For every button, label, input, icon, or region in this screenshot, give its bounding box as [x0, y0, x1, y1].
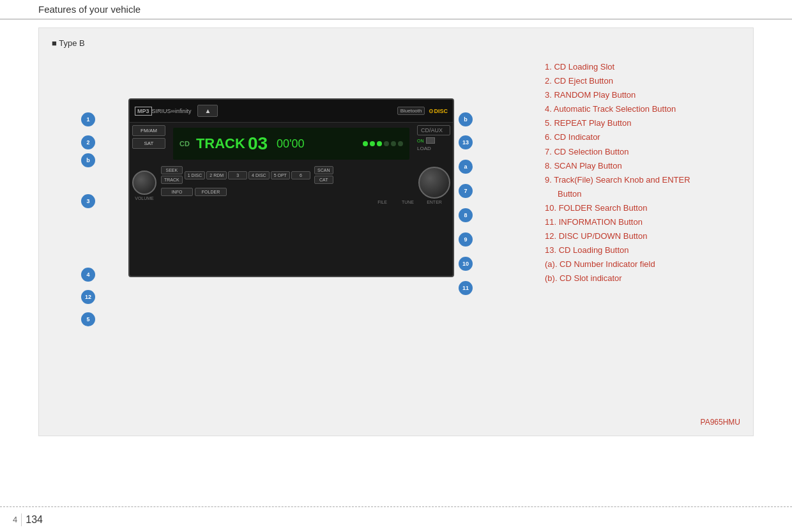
legend-item-11: 11. INFORMATION Button [542, 215, 740, 229]
fm-am-button[interactable]: FM/AM [132, 125, 165, 136]
legend-item-a: (a). CD Number Indicator field [542, 257, 740, 271]
pa-number: PA965HMU [701, 418, 740, 427]
callout-3: 3 [81, 194, 95, 208]
display-track-label: TRACK [196, 135, 245, 152]
seek-track-row: SEEK TRACK 1 DISC 2 RDM 3 4 DISC 5 OPT 6 [158, 165, 416, 185]
legend-item-3: 3. RANDOM Play Button [542, 88, 740, 102]
callout-4: 4 [81, 268, 95, 282]
legend-item-10: 10. FOLDER Search Button [542, 201, 740, 215]
legend-list: 1. CD Loading Slot 2. CD Eject Button 3.… [542, 60, 740, 286]
info-folder-row: INFO FOLDER [158, 186, 416, 197]
callout-8: 8 [459, 208, 473, 222]
callout-a: a [459, 160, 473, 174]
file-label: FILE [377, 200, 387, 204]
disc-6-button[interactable]: 6 [291, 171, 310, 179]
disc-5-opt-button[interactable]: 5 OPT [271, 171, 290, 179]
callout-5: 5 [81, 312, 95, 326]
volume-knob[interactable] [132, 171, 156, 195]
tune-label: TUNE [402, 200, 414, 204]
stereo-unit: MP3 SIRIUS ∞infinity ▲ Bluetooth ⊙DISC F… [128, 98, 454, 277]
page-header: Features of your vehicle [0, 0, 792, 20]
legend-item-4: 4. Automatic Track Selection Button [542, 102, 740, 116]
callout-10: 10 [459, 257, 473, 271]
page-number: 4 134 [13, 513, 43, 526]
type-label: ■ Type B [52, 38, 740, 48]
content-box: ■ Type B 1 2 b 3 4 12 5 MP3 SIRIUS ∞infi… [38, 27, 754, 436]
page-134: 134 [26, 514, 43, 526]
display-track-number: 03 [248, 133, 268, 154]
scan-cat-stack: SCAN CAT [314, 166, 333, 184]
track-button[interactable]: TRACK [161, 176, 183, 184]
callout-b-top: b [459, 112, 473, 126]
bluetooth-badge: Bluetooth [397, 107, 425, 115]
disc-logo: ⊙DISC [429, 108, 448, 114]
eject-button[interactable]: ▲ [197, 105, 218, 117]
display-dots [363, 141, 403, 146]
volume-knob-area: VOLUME [132, 171, 156, 201]
callout-9: 9 [459, 232, 473, 247]
center-buttons: SEEK TRACK 1 DISC 2 RDM 3 4 DISC 5 OPT 6 [158, 165, 416, 206]
disc-2-rdm-button[interactable]: 2 RDM [206, 171, 227, 179]
legend-item-5: 5. REPEAT Play Button [542, 116, 740, 130]
stereo-display: CD TRACK 03 00'00 [173, 128, 409, 160]
tune-knob-area: ENTER [418, 167, 450, 204]
enter-label: ENTER [427, 200, 442, 204]
disc-buttons: 1 DISC 2 RDM 3 4 DISC 5 OPT 6 [185, 171, 312, 179]
callout-13: 13 [459, 135, 473, 149]
file-tune-row: FILE TUNE [158, 199, 416, 206]
scan-button[interactable]: SCAN [314, 166, 333, 174]
main-content: ■ Type B 1 2 b 3 4 12 5 MP3 SIRIUS ∞infi… [0, 20, 792, 444]
legend-item-12: 12. DISC UP/DOWN Button [542, 229, 740, 243]
legend-item-9: 9. Track(File) Search Knob and ENTER [542, 173, 740, 187]
button-area: VOLUME SEEK TRACK 1 DISC [130, 162, 453, 208]
callout-11: 11 [459, 281, 473, 295]
tune-knob[interactable] [418, 167, 450, 199]
chapter-number: 4 [13, 515, 17, 524]
diagram-area: 1 2 b 3 4 12 5 MP3 SIRIUS ∞infinity ▲ Bl… [77, 79, 512, 284]
disc-1-button[interactable]: 1 DISC [185, 171, 206, 179]
right-side-controls: CD/AUX ON LOAD [417, 125, 450, 162]
legend-item-7: 7. CD Selection Button [542, 145, 740, 159]
seek-track-stack: SEEK TRACK [161, 166, 183, 184]
callout-2: 2 [81, 135, 95, 149]
mp3-logo: MP3 [135, 107, 152, 116]
disc-3-button[interactable]: 3 [228, 171, 247, 179]
dot-4 [384, 141, 389, 146]
legend-item-13: 13. CD Loading Button [542, 243, 740, 257]
load-label: LOAD [417, 146, 450, 151]
callout-2b: b [81, 153, 95, 167]
dot-3 [377, 141, 382, 146]
cat-button[interactable]: CAT [314, 176, 333, 184]
rse-row: ON [417, 137, 450, 144]
sat-button[interactable]: SAT [132, 138, 165, 149]
info-button[interactable]: INFO [161, 188, 193, 196]
dot-5 [391, 141, 396, 146]
rse-switch[interactable] [426, 137, 435, 144]
display-time: 00'00 [277, 137, 304, 151]
on-indicator: ON [417, 139, 424, 143]
display-cd-label: CD [179, 140, 190, 148]
seek-button[interactable]: SEEK [161, 166, 183, 174]
page-divider [21, 513, 22, 526]
dot-6 [398, 141, 403, 146]
cd-aux-label: CD/AUX [417, 125, 450, 135]
callout-1: 1 [81, 112, 95, 126]
middle-section: FM/AM SAT CD TRACK 03 00'00 [130, 123, 453, 162]
legend-item-6: 6. CD Indicator [542, 130, 740, 144]
page-title: Features of your vehicle [38, 4, 141, 15]
infinity-logo: ∞infinity [171, 108, 192, 114]
folder-button[interactable]: FOLDER [195, 188, 227, 196]
callout-7: 7 [459, 184, 473, 198]
legend-item-b: (b). CD Slot indicator [542, 271, 740, 285]
legend-item-2: 2. CD Eject Button [542, 74, 740, 88]
legend-item-8: 8. SCAN Play Button [542, 159, 740, 173]
dot-2 [370, 141, 375, 146]
left-side-buttons: FM/AM SAT [132, 125, 165, 162]
legend-item-9-cont: Button [542, 187, 740, 201]
disc-4-button[interactable]: 4 DISC [248, 171, 270, 179]
top-right-area: Bluetooth ⊙DISC [397, 107, 448, 115]
stereo-top-bar: MP3 SIRIUS ∞infinity ▲ Bluetooth ⊙DISC [130, 100, 453, 123]
volume-label: VOLUME [135, 196, 154, 201]
dot-1 [363, 141, 368, 146]
legend-item-1: 1. CD Loading Slot [542, 60, 740, 74]
